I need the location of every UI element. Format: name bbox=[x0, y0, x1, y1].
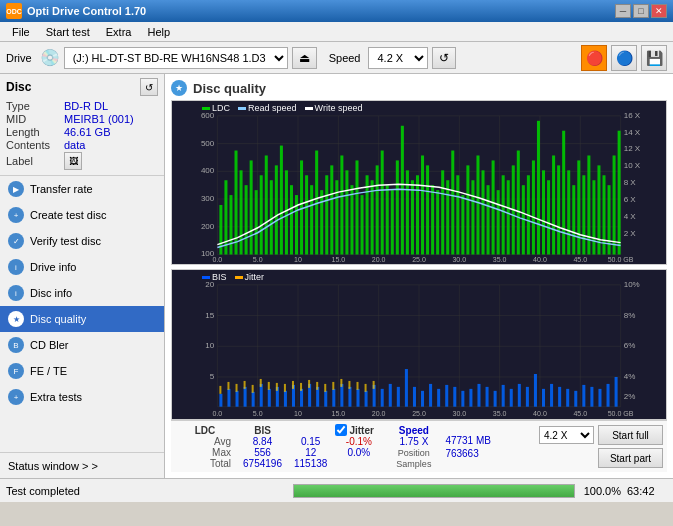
drive-info-icon: i bbox=[8, 259, 24, 275]
menu-file[interactable]: File bbox=[4, 24, 38, 40]
svg-rect-205 bbox=[582, 385, 585, 407]
svg-rect-160 bbox=[219, 394, 222, 407]
drive-label: Drive bbox=[6, 52, 32, 64]
progress-bar-fill bbox=[294, 485, 575, 497]
close-button[interactable]: ✕ bbox=[651, 4, 667, 18]
maximize-button[interactable]: □ bbox=[633, 4, 649, 18]
svg-text:40.0: 40.0 bbox=[533, 256, 547, 263]
svg-text:500: 500 bbox=[201, 139, 215, 148]
svg-rect-188 bbox=[445, 385, 448, 407]
sidebar-item-verify-test-disc[interactable]: ✓ Verify test disc bbox=[0, 228, 164, 254]
label-icon-button[interactable]: 🖼 bbox=[64, 152, 82, 170]
svg-text:10: 10 bbox=[205, 342, 215, 351]
sidebar-item-disc-info[interactable]: i Disc info bbox=[0, 280, 164, 306]
svg-rect-224 bbox=[332, 382, 334, 390]
svg-rect-75 bbox=[381, 151, 384, 255]
length-label: Length bbox=[6, 126, 64, 138]
sidebar-item-extra-tests[interactable]: + Extra tests bbox=[0, 384, 164, 410]
status-window-button[interactable]: Status window > > bbox=[0, 452, 164, 478]
svg-rect-107 bbox=[542, 170, 545, 254]
svg-text:200: 200 bbox=[201, 222, 215, 231]
disc-quality-icon: ★ bbox=[8, 311, 24, 327]
controls-col: 4.2 X Start full Start part bbox=[539, 425, 663, 468]
svg-rect-199 bbox=[534, 374, 537, 407]
svg-rect-71 bbox=[361, 195, 364, 254]
drive-icon: 💿 bbox=[40, 48, 60, 67]
avg-bis: 0.15 bbox=[290, 436, 331, 447]
disc-action-button[interactable]: 🔴 bbox=[581, 45, 607, 71]
status-bar: Test completed 100.0% 63:42 bbox=[0, 478, 673, 502]
sidebar-item-disc-quality[interactable]: ★ Disc quality bbox=[0, 306, 164, 332]
svg-rect-69 bbox=[350, 185, 353, 254]
svg-rect-55 bbox=[280, 146, 283, 255]
svg-rect-166 bbox=[268, 389, 271, 407]
svg-rect-161 bbox=[227, 389, 230, 407]
svg-rect-223 bbox=[324, 384, 326, 392]
refresh-speed-button[interactable]: ↺ bbox=[432, 47, 456, 69]
sidebar-item-cd-bler[interactable]: B CD Bler bbox=[0, 332, 164, 358]
svg-rect-93 bbox=[471, 180, 474, 254]
svg-rect-109 bbox=[552, 155, 555, 254]
jitter-checkbox[interactable] bbox=[335, 424, 347, 436]
svg-text:25.0: 25.0 bbox=[412, 256, 426, 263]
disc-section: Disc ↺ Type BD-R DL MID MEIRB1 (001) Len… bbox=[0, 74, 164, 176]
bis-legend-dot bbox=[202, 276, 210, 279]
transfer-rate-icon: ▶ bbox=[8, 181, 24, 197]
svg-rect-174 bbox=[332, 389, 335, 407]
sidebar-item-create-test-disc[interactable]: + Create test disc bbox=[0, 202, 164, 228]
start-full-button[interactable]: Start full bbox=[598, 425, 663, 445]
svg-rect-210 bbox=[219, 386, 221, 394]
create-test-disc-icon: + bbox=[8, 207, 24, 223]
mid-label: MID bbox=[6, 113, 64, 125]
svg-text:12 X: 12 X bbox=[624, 145, 641, 154]
total-label: Total bbox=[175, 458, 235, 469]
svg-rect-122 bbox=[618, 131, 621, 255]
jitter-legend-label: Jitter bbox=[245, 272, 265, 282]
eject-button[interactable]: ⏏ bbox=[292, 47, 317, 69]
chart1: LDC Read speed Write speed bbox=[171, 100, 667, 265]
svg-rect-57 bbox=[290, 185, 293, 254]
position-value: 47731 MB bbox=[445, 435, 491, 446]
speed-label: Speed bbox=[329, 52, 361, 64]
svg-rect-184 bbox=[413, 387, 416, 407]
max-bis: 12 bbox=[290, 447, 331, 458]
svg-rect-200 bbox=[542, 389, 545, 407]
svg-text:25.0: 25.0 bbox=[412, 410, 426, 417]
svg-rect-203 bbox=[566, 389, 569, 407]
svg-text:8 X: 8 X bbox=[624, 178, 637, 187]
bis-header: BIS bbox=[235, 424, 290, 436]
svg-rect-216 bbox=[268, 382, 270, 390]
svg-rect-66 bbox=[335, 180, 338, 254]
svg-text:35.0: 35.0 bbox=[493, 410, 507, 417]
sidebar-item-transfer-rate[interactable]: ▶ Transfer rate bbox=[0, 176, 164, 202]
svg-rect-68 bbox=[345, 170, 348, 254]
svg-rect-172 bbox=[316, 387, 319, 407]
speed-select[interactable]: 4.2 X bbox=[368, 47, 428, 69]
sidebar-item-fe-te[interactable]: F FE / TE bbox=[0, 358, 164, 384]
sidebar-item-drive-info[interactable]: i Drive info bbox=[0, 254, 164, 280]
svg-rect-65 bbox=[330, 165, 333, 254]
svg-rect-208 bbox=[607, 384, 610, 407]
avg-label: Avg bbox=[175, 436, 235, 447]
chart1-legend: LDC Read speed Write speed bbox=[202, 103, 362, 113]
avg-speed: 1.75 X bbox=[386, 436, 441, 447]
svg-rect-108 bbox=[547, 180, 550, 254]
svg-rect-206 bbox=[590, 387, 593, 407]
svg-rect-115 bbox=[582, 175, 585, 254]
disc-refresh-button[interactable]: ↺ bbox=[140, 78, 158, 96]
max-ldc: 556 bbox=[235, 447, 290, 458]
svg-rect-165 bbox=[260, 384, 263, 407]
save-button[interactable]: 💾 bbox=[641, 45, 667, 71]
menu-extra[interactable]: Extra bbox=[98, 24, 140, 40]
svg-rect-190 bbox=[461, 391, 464, 407]
test-button[interactable]: 🔵 bbox=[611, 45, 637, 71]
menu-start-test[interactable]: Start test bbox=[38, 24, 98, 40]
speed-combo-select[interactable]: 4.2 X bbox=[539, 426, 594, 444]
svg-rect-162 bbox=[236, 391, 239, 407]
svg-rect-105 bbox=[532, 160, 535, 254]
chart2-legend: BIS Jitter bbox=[202, 272, 264, 282]
menu-help[interactable]: Help bbox=[139, 24, 178, 40]
minimize-button[interactable]: ─ bbox=[615, 4, 631, 18]
drive-select[interactable]: (J:) HL-DT-ST BD-RE WH16NS48 1.D3 bbox=[64, 47, 288, 69]
start-part-button[interactable]: Start part bbox=[598, 448, 663, 468]
